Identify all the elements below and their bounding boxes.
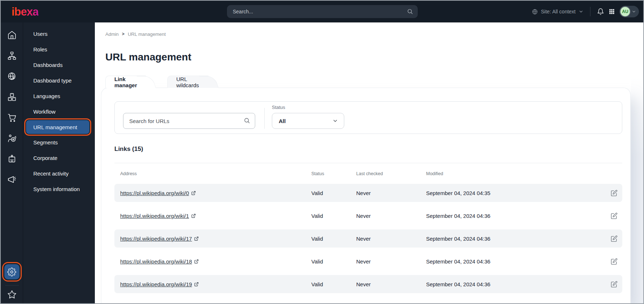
user-menu[interactable]: AU: [619, 6, 639, 17]
sidebar-item-dashboards[interactable]: Dashboards: [23, 57, 95, 73]
chevron-down-icon: [632, 9, 636, 14]
status-select[interactable]: All: [272, 113, 344, 129]
sidebar-item-users[interactable]: Users: [23, 26, 95, 42]
sidebar-item-workflow[interactable]: Workflow: [23, 104, 95, 119]
home-icon[interactable]: [7, 30, 17, 40]
table-row: https://pl.wikipedia.org/wiki/1 Valid Ne…: [114, 207, 622, 225]
external-link-icon: [191, 214, 196, 218]
table-row: https://pl.wikipedia.org/wiki/17 Valid N…: [114, 229, 622, 248]
tab-url-wildcards[interactable]: URL wildcards: [167, 76, 209, 88]
external-link-icon: [194, 236, 199, 241]
favorites-star-icon[interactable]: [7, 290, 17, 299]
url-search: [123, 113, 255, 129]
external-link-icon: [191, 191, 196, 195]
url-link[interactable]: https://pl.wikipedia.org/wiki/17: [120, 236, 199, 242]
commerce-cart-icon[interactable]: [7, 113, 17, 122]
app-grid-icon[interactable]: [609, 8, 615, 15]
notifications-bell-icon[interactable]: [597, 8, 604, 15]
tab-link-manager[interactable]: Link manager: [105, 76, 146, 88]
ibexa-logo[interactable]: ibexa: [12, 6, 38, 17]
status-cell: Valid: [311, 190, 356, 196]
breadcrumb-admin[interactable]: Admin: [105, 31, 119, 37]
column-status: Status: [311, 171, 356, 176]
sidebar-item-url-management[interactable]: URL management: [26, 120, 89, 134]
rail-divider: [5, 285, 19, 286]
filter-divider: [264, 108, 265, 129]
main-content: Admin > URL management URL management Li…: [95, 22, 643, 304]
global-search: [227, 5, 418, 18]
topbar-divider: [590, 7, 590, 16]
sidebar-item-roles[interactable]: Roles: [23, 42, 95, 57]
admin-sidebar: Users Roles Dashboards Dashboard type La…: [23, 22, 95, 304]
settings-gear-icon[interactable]: [4, 264, 20, 279]
last-checked-cell: Never: [356, 258, 426, 265]
link-manager-panel: Status All Links (15) Address Status Las…: [101, 88, 631, 304]
page-title: URL management: [105, 51, 643, 63]
topbar-right-cluster: Site: All context AU: [532, 1, 639, 22]
edit-icon[interactable]: [603, 258, 624, 265]
url-link[interactable]: https://pl.wikipedia.org/wiki/1: [120, 213, 196, 219]
status-cell: Valid: [311, 236, 356, 242]
edit-icon[interactable]: [603, 212, 624, 219]
url-link[interactable]: https://pl.wikipedia.org/wiki/0: [120, 190, 196, 196]
column-last-checked: Last checked: [356, 171, 426, 176]
status-cell: Valid: [311, 258, 356, 265]
breadcrumb: Admin > URL management: [105, 31, 643, 37]
table-row: https://pl.wikipedia.org/wiki/19 Valid N…: [114, 275, 622, 293]
filter-bar: Status All: [114, 101, 622, 134]
modified-cell: September 04, 2024 04:36: [426, 236, 603, 242]
corporate-badge-icon[interactable]: [7, 154, 17, 164]
external-link-icon: [194, 259, 199, 264]
links-table: Address Status Last checked Modified htt…: [114, 163, 622, 293]
modified-cell: September 04, 2024 04:36: [426, 258, 603, 265]
avatar: AU: [620, 7, 630, 16]
table-row: https://pl.wikipedia.org/wiki/0 Valid Ne…: [114, 184, 622, 202]
tabs: Link manager URL wildcards: [105, 75, 643, 88]
modified-cell: September 04, 2024 04:35: [426, 190, 603, 196]
sidebar-item-recent-activity[interactable]: Recent activity: [23, 166, 95, 181]
column-modified: Modified: [426, 171, 603, 176]
column-address: Address: [114, 171, 311, 176]
sidebar-item-segments[interactable]: Segments: [23, 135, 95, 150]
personalization-target-icon[interactable]: [7, 134, 17, 143]
site-context-switcher[interactable]: Site: All context: [532, 9, 584, 15]
last-checked-cell: Never: [356, 213, 426, 219]
search-icon: [244, 117, 250, 125]
breadcrumb-separator: >: [122, 31, 125, 37]
chevron-down-icon: [578, 9, 584, 14]
topbar: ibexa Site: All context AU: [1, 1, 643, 22]
table-header: Address Status Last checked Modified: [114, 163, 622, 184]
links-count-heading: Links (15): [114, 145, 622, 153]
external-link-icon: [194, 282, 199, 287]
status-filter-label: Status: [272, 105, 344, 110]
last-checked-cell: Never: [356, 236, 426, 242]
sidebar-item-dashboard-type[interactable]: Dashboard type: [23, 73, 95, 88]
edit-icon[interactable]: [603, 235, 624, 242]
status-cell: Valid: [311, 281, 356, 287]
edit-icon[interactable]: [603, 190, 624, 197]
modified-cell: September 04, 2024 04:36: [426, 281, 603, 287]
product-catalog-icon[interactable]: [7, 92, 17, 102]
sidebar-item-corporate[interactable]: Corporate: [23, 150, 95, 166]
edit-icon[interactable]: [603, 281, 624, 288]
content-structure-icon[interactable]: [7, 51, 17, 60]
table-row: https://pl.wikipedia.org/wiki/18 Valid N…: [114, 252, 622, 270]
globe-icon: [532, 9, 538, 15]
url-link[interactable]: https://pl.wikipedia.org/wiki/19: [120, 281, 199, 287]
global-search-input[interactable]: [227, 5, 418, 18]
url-search-input[interactable]: [123, 113, 255, 129]
site-icon[interactable]: [7, 72, 17, 81]
breadcrumb-current: URL management: [128, 31, 166, 37]
site-context-label: Site: All context: [541, 9, 576, 14]
chevron-down-icon: [332, 118, 338, 124]
marketing-megaphone-icon[interactable]: [7, 175, 17, 184]
sidebar-item-languages[interactable]: Languages: [23, 88, 95, 104]
icon-rail: [1, 22, 23, 304]
modified-cell: September 04, 2024 04:36: [426, 213, 603, 219]
last-checked-cell: Never: [356, 281, 426, 287]
last-checked-cell: Never: [356, 190, 426, 196]
search-icon: [407, 8, 413, 16]
sidebar-item-system-information[interactable]: System information: [23, 181, 95, 197]
url-link[interactable]: https://pl.wikipedia.org/wiki/18: [120, 258, 199, 265]
status-cell: Valid: [311, 213, 356, 219]
